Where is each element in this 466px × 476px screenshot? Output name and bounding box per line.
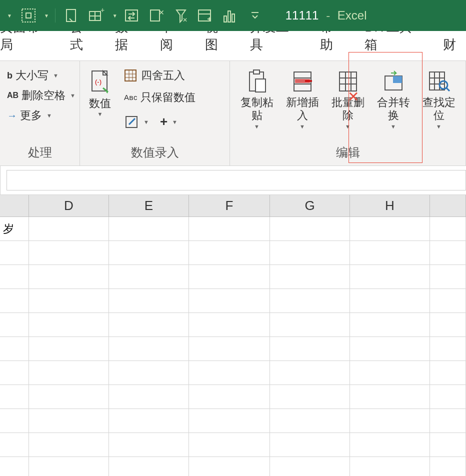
name-box[interactable] bbox=[0, 166, 0, 194]
cell[interactable] bbox=[430, 337, 466, 360]
qat-dropdown-2[interactable]: ▼ bbox=[44, 13, 49, 18]
cell[interactable] bbox=[350, 241, 430, 264]
cell[interactable] bbox=[0, 409, 29, 432]
find-button[interactable]: 查找定位 ▼ bbox=[416, 66, 462, 142]
cell[interactable] bbox=[29, 433, 109, 456]
trim-button[interactable]: AB 删除空格 ▼ bbox=[4, 86, 78, 105]
qat-customize-dropdown[interactable] bbox=[248, 8, 262, 22]
cell[interactable] bbox=[189, 337, 270, 360]
cell[interactable] bbox=[350, 433, 430, 456]
case-button[interactable]: b 大小写 ▼ bbox=[4, 66, 78, 85]
cell[interactable] bbox=[109, 337, 189, 360]
cell[interactable] bbox=[430, 385, 466, 408]
cell[interactable] bbox=[109, 217, 189, 240]
cell[interactable] bbox=[350, 361, 430, 384]
batch-delete-button[interactable]: 批量删除 ▼ bbox=[325, 66, 370, 142]
cell[interactable] bbox=[109, 361, 189, 384]
cell[interactable] bbox=[109, 433, 189, 456]
cell[interactable] bbox=[29, 265, 109, 288]
cell[interactable] bbox=[270, 433, 350, 456]
cell[interactable] bbox=[350, 313, 430, 336]
cell[interactable] bbox=[430, 241, 466, 264]
cell[interactable] bbox=[350, 409, 430, 432]
qat-table-icon[interactable] bbox=[194, 5, 216, 26]
cell[interactable] bbox=[350, 265, 430, 288]
numeric-button[interactable]: (-) 数值 ▼ bbox=[84, 66, 116, 142]
cell[interactable] bbox=[0, 241, 29, 264]
plus-button[interactable]: + ▼ bbox=[159, 113, 178, 130]
qat-insert-row-icon[interactable]: + bbox=[86, 6, 108, 26]
cell[interactable] bbox=[109, 289, 189, 312]
cell[interactable] bbox=[0, 361, 29, 384]
col-header-partial[interactable] bbox=[430, 195, 466, 216]
cell[interactable] bbox=[270, 457, 350, 476]
cell[interactable] bbox=[189, 457, 270, 476]
more-button[interactable]: → 更多 ▼ bbox=[4, 106, 78, 125]
cell[interactable] bbox=[29, 241, 109, 264]
cell[interactable] bbox=[189, 433, 270, 456]
cell[interactable] bbox=[0, 289, 29, 312]
cell[interactable] bbox=[270, 385, 350, 408]
cell[interactable] bbox=[189, 241, 270, 264]
qat-filter-icon[interactable]: ✕ bbox=[172, 5, 190, 26]
cell[interactable] bbox=[109, 385, 189, 408]
qat-border-icon[interactable] bbox=[18, 5, 39, 26]
cell[interactable] bbox=[430, 433, 466, 456]
cell[interactable] bbox=[270, 313, 350, 336]
cell[interactable] bbox=[189, 409, 270, 432]
col-header-f[interactable]: F bbox=[189, 195, 270, 216]
cell[interactable] bbox=[0, 265, 29, 288]
qat-delete-icon[interactable]: ✕ bbox=[146, 5, 168, 26]
round-button[interactable]: 四舍五入 bbox=[121, 66, 198, 85]
cell[interactable] bbox=[0, 313, 29, 336]
cell[interactable] bbox=[109, 457, 189, 476]
cell[interactable] bbox=[29, 457, 109, 476]
edit-cell-button[interactable]: ▼ bbox=[124, 114, 150, 130]
cell[interactable] bbox=[430, 409, 466, 432]
cell[interactable] bbox=[270, 241, 350, 264]
cell[interactable] bbox=[189, 385, 270, 408]
cell[interactable] bbox=[0, 433, 29, 456]
cell[interactable] bbox=[350, 217, 430, 240]
cell[interactable] bbox=[430, 457, 466, 476]
cell[interactable] bbox=[109, 265, 189, 288]
cell[interactable] bbox=[350, 337, 430, 360]
qat-dropdown-1[interactable]: ▼ bbox=[4, 11, 14, 20]
cell[interactable] bbox=[0, 337, 29, 360]
keepnum-button[interactable]: Aʙc 只保留数值 bbox=[121, 88, 198, 107]
cell[interactable] bbox=[270, 289, 350, 312]
cell[interactable] bbox=[189, 313, 270, 336]
cell[interactable] bbox=[29, 409, 109, 432]
insert-button[interactable]: 新增插入 ▼ bbox=[280, 66, 325, 142]
col-header-e[interactable]: E bbox=[109, 195, 189, 216]
col-header-g[interactable]: G bbox=[270, 195, 350, 216]
cell[interactable] bbox=[270, 265, 350, 288]
cell[interactable] bbox=[189, 217, 270, 240]
qat-print-icon[interactable] bbox=[62, 6, 82, 26]
cell[interactable] bbox=[430, 265, 466, 288]
copy-paste-button[interactable]: 复制粘贴 ▼ bbox=[234, 66, 280, 142]
cell[interactable] bbox=[189, 361, 270, 384]
col-header-h[interactable]: H bbox=[350, 195, 430, 216]
cell[interactable] bbox=[29, 313, 109, 336]
cell[interactable] bbox=[29, 385, 109, 408]
cell[interactable] bbox=[270, 217, 350, 240]
cell[interactable] bbox=[189, 289, 270, 312]
cell[interactable] bbox=[109, 313, 189, 336]
cell[interactable] bbox=[0, 457, 29, 476]
cell[interactable] bbox=[350, 385, 430, 408]
cell[interactable] bbox=[270, 337, 350, 360]
cell[interactable] bbox=[430, 289, 466, 312]
tab-finance-partial[interactable]: 财 bbox=[433, 30, 466, 60]
cell[interactable] bbox=[109, 241, 189, 264]
merge-button[interactable]: 合并转换 ▼ bbox=[370, 66, 416, 142]
cell[interactable] bbox=[350, 289, 430, 312]
cell[interactable] bbox=[430, 313, 466, 336]
col-header-blank[interactable] bbox=[0, 195, 29, 216]
cell[interactable] bbox=[29, 289, 109, 312]
cell[interactable] bbox=[109, 409, 189, 432]
qat-chart-icon[interactable] bbox=[220, 5, 240, 26]
col-header-d[interactable]: D bbox=[29, 195, 109, 216]
cell[interactable] bbox=[350, 457, 430, 476]
cell[interactable] bbox=[29, 361, 109, 384]
